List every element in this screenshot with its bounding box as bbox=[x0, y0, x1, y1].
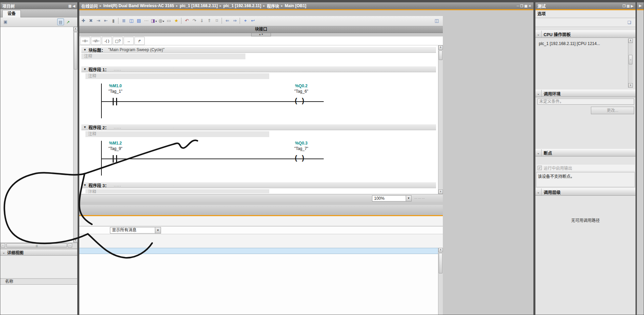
align-network-icon[interactable]: ≣ bbox=[120, 17, 127, 25]
network-1-header[interactable]: ▼ 程序段 1： ..... bbox=[81, 66, 436, 72]
undo-step-icon[interactable]: ↶ bbox=[183, 17, 190, 25]
contact-bar[interactable] bbox=[113, 155, 114, 163]
download-icon[interactable]: ⇓ bbox=[198, 17, 205, 25]
contact-address[interactable]: %M1.2 bbox=[97, 141, 134, 146]
float-icon[interactable]: ❐ bbox=[623, 4, 626, 8]
network-2-comment[interactable]: 注释 bbox=[85, 131, 269, 137]
comment-bubble-icon[interactable]: ⋯ bbox=[143, 17, 150, 25]
block-comment[interactable]: 注释 bbox=[81, 54, 245, 59]
network-overview-icon[interactable]: ▤ bbox=[135, 17, 142, 25]
redo-step-icon[interactable]: ↷ bbox=[191, 17, 198, 25]
network-3-header[interactable]: ▼ 程序段 3： ..... bbox=[81, 182, 436, 188]
block-interface-bar[interactable]: 块接口 bbox=[79, 26, 443, 33]
close-icon[interactable]: ✕ bbox=[529, 4, 531, 8]
editor-toolbar: ✚✖⇥⇤▮≣◫▤⋯◨▾◎▾▭★↶↷⇓⇑⌑⇐⇒⌖↩◫ bbox=[79, 16, 443, 26]
maximize-icon[interactable]: ▣ bbox=[524, 4, 527, 8]
breadcrumb-item[interactable]: 程序块 bbox=[267, 3, 279, 9]
coil-icon[interactable]: -( ) bbox=[102, 37, 112, 45]
change-button[interactable]: 更改... bbox=[591, 107, 634, 114]
snapshot-icon[interactable]: ⌑ bbox=[213, 17, 220, 25]
collapse-left-icon[interactable]: ◀ bbox=[73, 4, 75, 8]
message-filter-value: 显示所有消息 bbox=[112, 228, 136, 232]
network-3-comment[interactable]: 注释 bbox=[85, 189, 269, 193]
jump-back-icon[interactable]: ↩ bbox=[249, 17, 256, 25]
goto-previous-icon[interactable]: ⇐ bbox=[224, 17, 231, 25]
goto-next-icon[interactable]: ⇒ bbox=[231, 17, 238, 25]
call-condition-box[interactable]: 未定义条件。 bbox=[537, 99, 634, 105]
breadcrumb-item[interactable]: Main [OB1] bbox=[285, 3, 306, 8]
breadcrumb-item[interactable]: Intel(R) Dual Band Wireless-AC 3165 bbox=[103, 3, 174, 8]
block-title-label: 块标题： bbox=[88, 47, 106, 53]
checkbox-checked-icon[interactable]: ✓ bbox=[537, 166, 542, 170]
options-header: 选项 bbox=[535, 11, 635, 18]
pin-panel-icon[interactable]: ▥ bbox=[627, 4, 630, 8]
open-branch-icon[interactable]: → bbox=[124, 37, 134, 45]
interface-splitter-handle[interactable]: ▲▼ bbox=[251, 33, 271, 36]
pin-panel-icon[interactable]: ▥ bbox=[68, 4, 71, 8]
new-object-icon[interactable]: ▣ bbox=[2, 18, 9, 25]
contact-tag[interactable]: "Tag_9" bbox=[97, 146, 134, 151]
cpu-panel-header[interactable]: ⌄ CPU 操作面板 bbox=[535, 30, 635, 38]
message-filter-select[interactable]: 显示所有消息 ▼ bbox=[110, 227, 161, 234]
delete-network-icon[interactable]: ✖ bbox=[87, 17, 94, 25]
upload-icon[interactable]: ⇑ bbox=[206, 17, 213, 25]
network-1-comment[interactable]: 注释 bbox=[85, 73, 269, 79]
minimize-icon[interactable]: ─ bbox=[517, 4, 519, 8]
contact-bar[interactable] bbox=[116, 98, 117, 105]
project-tree-hscrollbar[interactable]: ‹ ||| › bbox=[0, 243, 77, 248]
contact-tag[interactable]: "Tag_1" bbox=[97, 89, 134, 94]
breakpoints-header[interactable]: ⌄ 断点 bbox=[535, 149, 635, 156]
zoom-select[interactable]: 100% ▼ bbox=[372, 195, 412, 201]
insert-row-icon[interactable]: ⇥ bbox=[95, 17, 102, 25]
contact-address[interactable]: %M1.0 bbox=[97, 84, 134, 88]
expand-left-icon[interactable]: ▶ bbox=[638, 3, 643, 8]
collapse-comments-icon[interactable]: ▭ bbox=[165, 17, 172, 25]
insert-box-icon[interactable]: ◨▾ bbox=[150, 17, 157, 25]
editor-vscrollbar[interactable]: ∧ ∨ bbox=[438, 45, 443, 194]
rung-line bbox=[101, 159, 324, 159]
detail-view-header[interactable]: ⌄ 详细视图 bbox=[0, 249, 77, 256]
coil-icon[interactable]: ( ) bbox=[295, 154, 306, 162]
coil-icon[interactable]: ( ) bbox=[295, 96, 306, 105]
contact-bar[interactable] bbox=[113, 98, 114, 105]
breadcrumb-separator-icon: ▸ bbox=[100, 4, 101, 7]
panel-options-icon[interactable]: ❏ bbox=[626, 19, 633, 26]
coil-address[interactable]: %Q0.3 bbox=[283, 141, 320, 146]
call-environment-header[interactable]: ⌄ 调用环境 bbox=[535, 90, 635, 97]
accent-line bbox=[79, 9, 533, 10]
block-title-row[interactable]: ▼ 块标题： "Main Program Sweep (Cycle)" bbox=[81, 47, 436, 53]
breadcrumb-item[interactable]: plc_1 [192.168.2.11] bbox=[223, 3, 261, 8]
list-view-icon[interactable]: ▤ bbox=[57, 18, 64, 25]
breadcrumb-item[interactable]: plc_1 [192.168.2.11] bbox=[180, 3, 218, 8]
delete-row-icon[interactable]: ⇤ bbox=[102, 17, 109, 25]
coil-tag[interactable]: "Tag_7" bbox=[283, 146, 320, 151]
splitter-grip[interactable]: ⋯⋯⋯ bbox=[414, 196, 432, 200]
coil-address[interactable]: %Q0.2 bbox=[283, 84, 320, 88]
close-branch-icon[interactable]: ↱ bbox=[134, 37, 145, 45]
toolbar-separator bbox=[240, 18, 240, 24]
network-2-header[interactable]: ▼ 程序段 2： ..... bbox=[81, 124, 436, 130]
expand-right-icon[interactable]: ▶ bbox=[631, 4, 633, 8]
contact-bar[interactable] bbox=[116, 155, 117, 163]
insert-network-icon[interactable]: ✚ bbox=[80, 17, 87, 25]
favorites-toggle-icon[interactable]: ★ bbox=[173, 17, 180, 25]
restore-icon[interactable]: ❐ bbox=[520, 4, 523, 8]
link-diagram-icon[interactable]: ↗ bbox=[65, 19, 71, 26]
breadcrumb-item[interactable]: 在线访问 bbox=[81, 3, 98, 9]
absolute-relative-operands-icon[interactable]: ◫ bbox=[128, 17, 135, 25]
cpu-panel-scrollbar[interactable]: ∧ ≡ ∨ bbox=[628, 39, 633, 88]
no-contact-icon[interactable]: ⊣⊢ bbox=[80, 37, 90, 45]
go-to-definition-icon[interactable]: ⌖ bbox=[242, 17, 249, 25]
breadcrumb-separator-icon: ▸ bbox=[220, 4, 221, 7]
split-editor-icon[interactable]: ◫ bbox=[433, 17, 440, 25]
coil-tag[interactable]: "Tag_6" bbox=[283, 89, 320, 94]
accent-line bbox=[637, 9, 644, 10]
nc-contact-icon[interactable]: ⊣/⊢ bbox=[91, 37, 101, 45]
call-hierarchy-header[interactable]: ⌄ 调用层级 bbox=[535, 188, 635, 196]
project-tree-vscrollbar[interactable]: ∧ ∨ bbox=[73, 27, 78, 242]
empty-box-icon[interactable]: ▢? bbox=[113, 37, 123, 45]
tab-devices[interactable]: 设备 bbox=[2, 10, 21, 17]
insert-coil-icon[interactable]: ◎▾ bbox=[158, 17, 165, 25]
reset-start-values-icon[interactable]: ▮ bbox=[110, 17, 117, 25]
message-vscrollbar[interactable]: ∧ bbox=[438, 248, 443, 315]
